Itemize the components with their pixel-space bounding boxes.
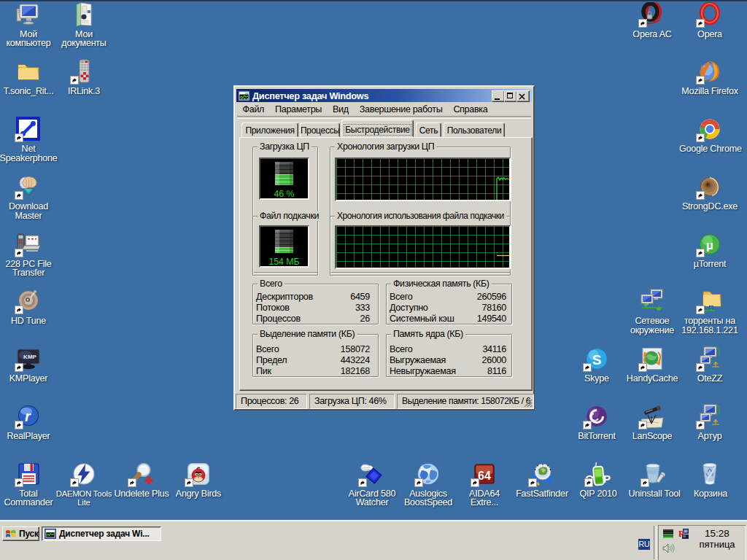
- svg-text:r: r: [25, 408, 31, 424]
- svg-text:154 МБ: 154 МБ: [268, 257, 299, 266]
- svg-text:46 %: 46 %: [274, 189, 294, 198]
- svg-text:KMP: KMP: [23, 354, 36, 360]
- svg-text:P: P: [603, 472, 611, 485]
- svg-text:µ: µ: [706, 238, 713, 252]
- svg-text:64: 64: [478, 470, 491, 482]
- svg-text:S: S: [592, 352, 602, 368]
